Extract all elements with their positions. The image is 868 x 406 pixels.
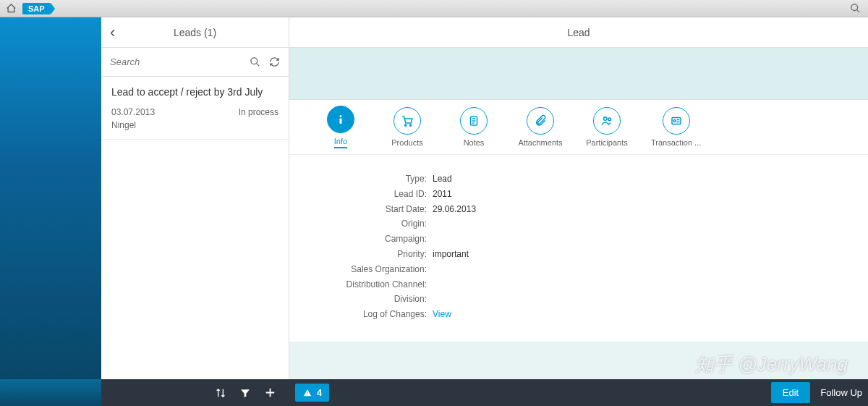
tab-strip: Info Products Notes Attachments: [289, 100, 868, 155]
tab-label: Products: [391, 138, 422, 147]
alert-count: 4: [317, 387, 322, 398]
label-origin: Origin:: [326, 218, 427, 230]
left-navigation: [0, 17, 101, 379]
label-campaign: Campaign:: [326, 233, 427, 245]
tab-participants[interactable]: Participants: [584, 107, 629, 147]
filter-icon[interactable]: [239, 387, 251, 399]
detail-title: Lead: [567, 27, 590, 38]
label-lead-id: Lead ID:: [326, 188, 427, 200]
label-sales-org: Sales Organization:: [326, 263, 427, 276]
label-log: Log of Changes:: [326, 308, 427, 321]
top-bar: SAP: [0, 0, 868, 17]
footer-nav-spacer: [0, 379, 101, 406]
main-area: ‹ Leads (1) Lead to accept / reject by 3…: [0, 17, 868, 379]
attachment-icon: [527, 107, 554, 135]
tab-attachments[interactable]: Attachments: [518, 107, 563, 147]
list-item-owner: Ningel: [111, 120, 278, 130]
info-icon: [327, 106, 354, 133]
add-icon[interactable]: [264, 386, 276, 399]
detail-bottom-area: [289, 342, 868, 379]
refresh-icon[interactable]: [269, 56, 280, 67]
tab-products[interactable]: Products: [385, 107, 430, 147]
follow-up-button[interactable]: Follow Up: [820, 387, 862, 398]
detail-subheader: [289, 48, 868, 100]
label-type: Type:: [326, 173, 427, 185]
svg-point-0: [851, 4, 858, 11]
tab-info[interactable]: Info: [318, 106, 363, 148]
transaction-icon: [663, 107, 690, 135]
footer: 4 Edit Follow Up: [0, 379, 868, 406]
tab-label: Participants: [586, 138, 627, 147]
lead-list-item[interactable]: Lead to accept / reject by 3rd July 03.0…: [101, 77, 289, 140]
info-content: Type:Lead Lead ID:2011 Start Date:29.06.…: [289, 155, 868, 342]
detail-header: Lead: [289, 17, 868, 48]
tab-notes[interactable]: Notes: [451, 107, 496, 147]
svg-point-4: [405, 124, 407, 126]
sap-logo: SAP: [22, 3, 51, 14]
master-header: ‹ Leads (1): [101, 17, 289, 48]
notes-icon: [460, 107, 488, 135]
master-panel: ‹ Leads (1) Lead to accept / reject by 3…: [101, 17, 289, 379]
value-log-link[interactable]: View: [433, 308, 451, 321]
tab-label: Info: [334, 137, 347, 148]
label-dist-channel: Distribution Channel:: [326, 279, 427, 291]
list-item-date: 03.07.2013: [111, 107, 155, 117]
svg-point-1: [251, 58, 258, 64]
svg-point-2: [340, 115, 342, 117]
svg-point-7: [604, 117, 608, 121]
sort-icon[interactable]: [215, 387, 226, 399]
value-lead-id: 2011: [433, 188, 452, 200]
footer-detail-toolbar: 4 Edit Follow Up: [289, 379, 868, 406]
tab-label: Notes: [464, 138, 485, 147]
svg-point-5: [409, 124, 411, 126]
global-search-icon[interactable]: [850, 3, 861, 14]
master-title: Leads (1): [174, 27, 216, 38]
tab-transaction[interactable]: Transaction ...: [651, 107, 701, 147]
back-icon[interactable]: ‹: [110, 23, 115, 42]
label-priority: Priority:: [326, 248, 427, 261]
value-type: Lead: [433, 173, 452, 185]
search-icon[interactable]: [250, 56, 260, 67]
value-priority: important: [433, 248, 469, 261]
svg-point-10: [673, 120, 676, 122]
label-start-date: Start Date:: [326, 203, 427, 216]
participants-icon: [593, 107, 621, 135]
search-input[interactable]: [110, 56, 250, 67]
svg-point-8: [608, 118, 611, 121]
edit-button[interactable]: Edit: [771, 382, 810, 403]
footer-master-toolbar: [101, 379, 289, 406]
cart-icon: [393, 107, 421, 135]
list-item-status: In process: [239, 107, 278, 117]
value-start-date: 29.06.2013: [433, 203, 476, 216]
search-row: [101, 48, 289, 77]
label-division: Division:: [326, 293, 427, 305]
tab-label: Transaction ...: [651, 138, 701, 147]
list-item-title: Lead to accept / reject by 3rd July: [111, 85, 278, 98]
tab-label: Attachments: [518, 138, 562, 147]
svg-rect-3: [340, 119, 342, 124]
home-icon[interactable]: [6, 3, 17, 14]
detail-panel: Lead Info Products Notes: [289, 17, 868, 379]
alert-badge[interactable]: 4: [295, 384, 329, 402]
